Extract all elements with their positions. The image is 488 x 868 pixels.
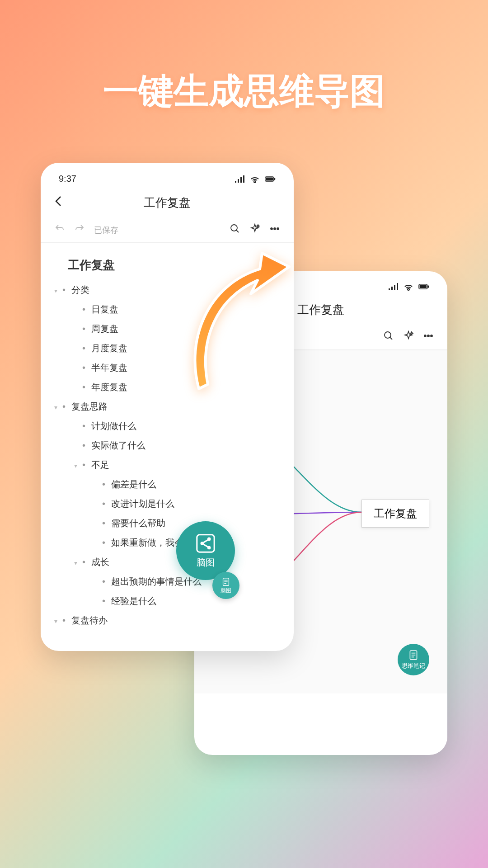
outline-item[interactable]: ▾•不足 xyxy=(74,455,280,475)
svg-point-3 xyxy=(231,225,237,231)
toolbar: 已保存 xyxy=(41,218,294,243)
svg-rect-13 xyxy=(420,285,427,288)
ai-button[interactable] xyxy=(403,330,414,344)
undo-button[interactable] xyxy=(54,223,65,237)
battery-icon xyxy=(265,175,276,184)
status-bar: 9:37 xyxy=(41,163,294,191)
notes-fab[interactable]: 思维笔记 xyxy=(398,644,429,675)
signal-icon xyxy=(388,282,399,291)
svg-point-4 xyxy=(271,228,272,230)
search-button[interactable] xyxy=(230,223,240,237)
more-button[interactable] xyxy=(423,330,434,344)
redo-button[interactable] xyxy=(74,223,85,237)
mindmap-root-node[interactable]: 工作复盘 xyxy=(361,500,429,528)
fab-small-label: 脑图 xyxy=(221,587,231,594)
outline-item[interactable]: •实际做了什么 xyxy=(74,436,280,455)
signal-icon xyxy=(234,175,245,184)
outline-item[interactable]: ▾•复盘思路 xyxy=(54,397,280,416)
fab-notes-label: 思维笔记 xyxy=(402,662,425,670)
transition-arrow-icon xyxy=(190,249,307,393)
svg-rect-1 xyxy=(266,177,273,180)
svg-point-15 xyxy=(385,332,391,338)
svg-point-17 xyxy=(427,335,429,337)
nav-title: 工作复盘 xyxy=(144,195,191,211)
share-icon xyxy=(195,533,216,554)
svg-point-16 xyxy=(424,335,426,337)
svg-point-18 xyxy=(431,335,432,337)
wifi-icon xyxy=(249,175,260,184)
nav-bar: 工作复盘 xyxy=(41,191,294,218)
fab-label: 脑图 xyxy=(197,557,215,569)
phone-outline-view: 9:37 工作复盘 已保存 工作复盘 ▾•分类•日复盘• xyxy=(41,163,294,651)
back-button[interactable] xyxy=(54,195,62,211)
svg-rect-2 xyxy=(274,178,276,180)
search-button[interactable] xyxy=(383,330,394,344)
wifi-icon xyxy=(403,282,414,291)
mindmap-fab-small[interactable]: 脑图 xyxy=(212,572,239,599)
save-status: 已保存 xyxy=(94,225,118,236)
ai-button[interactable] xyxy=(249,223,260,237)
svg-rect-7 xyxy=(197,534,214,552)
doc-icon xyxy=(221,577,231,587)
hero-title: 一键生成思维导图 xyxy=(0,68,488,115)
outline-item[interactable]: •经验是什么 xyxy=(94,591,280,611)
doc-icon xyxy=(408,649,419,661)
status-time: 9:37 xyxy=(59,174,76,184)
mindmap-fab[interactable]: 脑图 xyxy=(176,521,235,580)
svg-rect-14 xyxy=(428,285,429,288)
battery-icon xyxy=(418,282,429,291)
status-icons xyxy=(388,282,429,291)
more-button[interactable] xyxy=(269,223,280,237)
outline-item[interactable]: •偏差是什么 xyxy=(94,475,280,494)
outline-item[interactable]: •计划做什么 xyxy=(74,416,280,436)
svg-point-5 xyxy=(274,228,276,230)
outline-item[interactable]: ▾•复盘待办 xyxy=(54,611,280,630)
outline-item[interactable]: •超出预期的事情是什么 xyxy=(94,572,280,591)
outline-item[interactable]: •改进计划是什么 xyxy=(94,494,280,514)
status-icons xyxy=(234,175,276,184)
svg-point-6 xyxy=(277,228,279,230)
